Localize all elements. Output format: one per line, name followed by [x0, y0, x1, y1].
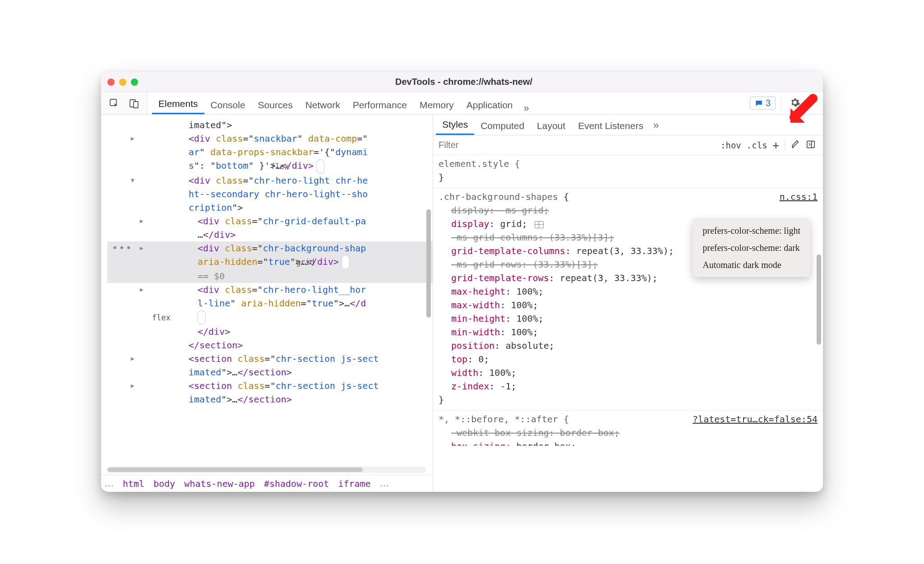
popup-item[interactable]: prefers-color-scheme: light	[701, 222, 802, 239]
breadcrumb-item[interactable]: body	[153, 478, 175, 489]
style-rule[interactable]: element.style { }	[433, 155, 823, 188]
settings-gear-icon[interactable]	[787, 97, 803, 110]
dom-node-selected[interactable]: <div class="chr-background-shap	[198, 241, 433, 255]
layout-badge[interactable]: flex	[316, 159, 324, 174]
cls-toggle[interactable]: .cls	[744, 139, 770, 151]
css-declaration[interactable]: min-height: 100%;	[439, 312, 818, 325]
dom-tree[interactable]: imated"> <div class="snackbar" data-comp…	[101, 115, 433, 467]
popup-item[interactable]: prefers-color-scheme: dark	[701, 239, 802, 256]
dom-node[interactable]: ht--secondary chr-hero-light--sho	[189, 187, 433, 201]
dom-node[interactable]: ar" data-props-snackbar='{"dynami	[189, 145, 433, 159]
subtab-event-listeners[interactable]: Event Listeners	[572, 116, 650, 135]
issues-count: 3	[766, 98, 771, 108]
panel-tabs: Elements Console Sources Network Perform…	[148, 92, 748, 114]
vertical-scrollbar[interactable]	[426, 209, 431, 318]
dom-node[interactable]: </section>	[189, 338, 433, 352]
breadcrumb-item[interactable]: whats-new-app	[184, 478, 255, 489]
css-declaration[interactable]: width: 100%;	[439, 366, 818, 379]
css-declaration[interactable]: z-index: -1;	[439, 379, 818, 393]
svg-point-4	[810, 102, 812, 103]
rendering-emulation-popup: prefers-color-scheme: light prefers-colo…	[693, 218, 810, 277]
tab-network[interactable]: Network	[299, 95, 346, 114]
styles-rules[interactable]: element.style { } n.css:1 .chr-backgroun…	[433, 155, 823, 492]
breadcrumb-item[interactable]: html	[123, 478, 144, 489]
layout-badge[interactable]: flex	[198, 310, 206, 325]
css-declaration[interactable]: max-width: 100%;	[439, 298, 818, 312]
issues-badge[interactable]: 3	[750, 97, 776, 110]
css-declaration[interactable]: -webkit-box-sizing: border-box;	[439, 426, 818, 439]
horizontal-scrollbar[interactable]	[107, 467, 426, 473]
elements-panel: imated"> <div class="snackbar" data-comp…	[101, 115, 433, 492]
devtools-window: DevTools - chrome://whats-new/ Elements …	[101, 72, 823, 492]
svg-point-5	[810, 105, 812, 106]
zoom-window-button[interactable]	[131, 79, 138, 86]
window-title: DevTools - chrome://whats-new/	[138, 77, 790, 87]
breadcrumb[interactable]: … html body whats-new-app #shadow-root i…	[101, 475, 433, 492]
more-subtabs-icon[interactable]: »	[650, 120, 662, 135]
dom-node[interactable]: imated">…</section>	[189, 365, 433, 379]
dom-node[interactable]: <section class="chr-section js-sect	[189, 379, 433, 393]
computed-sidebar-toggle-icon[interactable]	[803, 139, 818, 152]
style-rule[interactable]: ?latest=tru…ck=false:54 *, *::before, *:…	[433, 411, 823, 449]
css-declaration[interactable]: box-sizing: border-box;	[439, 439, 818, 446]
inspect-element-icon[interactable]	[108, 97, 120, 109]
selector[interactable]: .chr-background-shapes {	[439, 191, 569, 202]
tab-elements[interactable]: Elements	[152, 94, 204, 114]
dom-node[interactable]: flex	[198, 310, 433, 325]
close-window-button[interactable]	[107, 79, 115, 86]
dom-node[interactable]: l-line" aria-hidden="true">…</d	[198, 296, 433, 310]
minimize-window-button[interactable]	[119, 79, 126, 86]
tab-performance[interactable]: Performance	[346, 95, 413, 114]
dom-node[interactable]: <section class="chr-section js-sect	[189, 352, 433, 365]
layout-badge[interactable]: grid	[342, 255, 350, 269]
dom-node[interactable]: s": "bottom" }'>…</div>flex	[189, 159, 433, 174]
dom-node[interactable]: <div class="chr-grid-default-pa	[198, 214, 433, 228]
tab-memory[interactable]: Memory	[413, 95, 460, 114]
grid-editor-icon[interactable]	[535, 221, 544, 228]
ellipsis-icon[interactable]: •••	[112, 241, 133, 255]
css-source-link[interactable]: ?latest=tru…ck=false:54	[693, 412, 818, 426]
subtab-layout[interactable]: Layout	[531, 116, 572, 135]
css-declaration[interactable]: position: absolute;	[439, 339, 818, 352]
tab-sources[interactable]: Sources	[252, 95, 299, 114]
breadcrumb-item[interactable]: iframe	[338, 478, 370, 489]
dom-node-selected[interactable]: aria-hidden="true">…</div>grid	[198, 255, 433, 270]
dom-node[interactable]: </div>	[198, 325, 433, 338]
dom-node[interactable]: <div class="snackbar" data-comp="	[189, 132, 433, 145]
selector[interactable]: *, *::before, *::after {	[439, 414, 569, 425]
subtab-styles[interactable]: Styles	[436, 115, 474, 135]
subtab-computed[interactable]: Computed	[474, 116, 531, 135]
css-declaration[interactable]: min-width: 100%;	[439, 325, 818, 339]
more-tabs-icon[interactable]: »	[519, 102, 533, 114]
new-style-rule-button[interactable]: +	[770, 138, 782, 153]
dom-node[interactable]: <div class="chr-hero-light chr-he	[189, 174, 433, 187]
styles-filter-input[interactable]	[438, 139, 718, 151]
window-controls	[107, 79, 138, 86]
breadcrumb-more-left[interactable]: …	[105, 478, 114, 489]
dom-node[interactable]: imated">	[189, 118, 433, 132]
css-declaration[interactable]: max-height: 100%;	[439, 285, 818, 298]
dom-node[interactable]: <div class="chr-hero-light__hor	[198, 283, 433, 296]
svg-rect-2	[134, 102, 138, 108]
dom-node[interactable]: imated">…</section>	[189, 393, 433, 406]
more-options-icon[interactable]	[807, 97, 816, 110]
tab-application[interactable]: Application	[460, 95, 519, 114]
titlebar: DevTools - chrome://whats-new/	[101, 72, 823, 92]
hov-toggle[interactable]: :hov	[718, 139, 744, 151]
styles-filter-row: :hov .cls +	[433, 135, 823, 155]
selector[interactable]: element.style {	[439, 158, 520, 169]
dom-node[interactable]: cription">	[189, 201, 433, 214]
svg-point-3	[810, 98, 812, 100]
device-toolbar-icon[interactable]	[128, 97, 140, 109]
dom-node[interactable]: …</div>	[198, 228, 433, 241]
popup-item[interactable]: Automatic dark mode	[701, 256, 802, 273]
vertical-scrollbar[interactable]	[817, 254, 821, 345]
breadcrumb-more-right[interactable]: …	[380, 478, 389, 489]
render-emulation-icon[interactable]	[788, 139, 803, 152]
css-declaration[interactable]: display: -ms-grid;	[439, 203, 818, 217]
tab-console[interactable]: Console	[204, 95, 252, 114]
css-source-link[interactable]: n.css:1	[780, 190, 818, 203]
css-declaration[interactable]: top: 0;	[439, 352, 818, 366]
breadcrumb-item[interactable]: #shadow-root	[264, 478, 329, 489]
svg-rect-6	[807, 141, 815, 148]
